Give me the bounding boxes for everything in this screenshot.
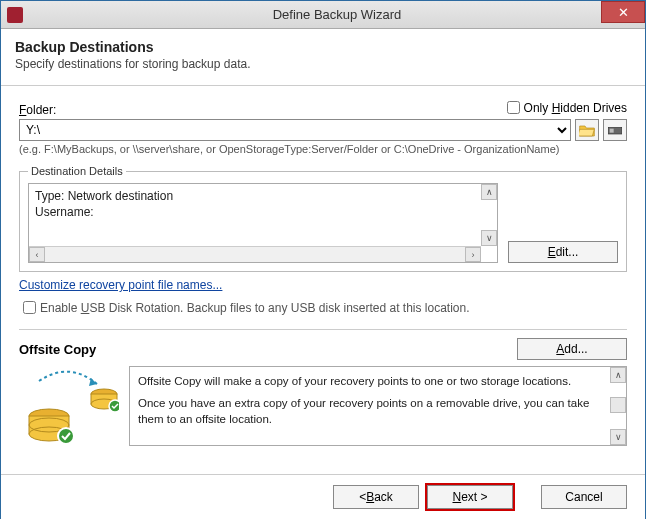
offsite-para1: Offsite Copy will make a copy of your re…: [138, 373, 606, 389]
close-button[interactable]: ✕: [601, 1, 645, 23]
destination-type-line: Type: Network destination: [35, 188, 491, 204]
scroll-right-button[interactable]: ›: [465, 247, 481, 262]
folder-path-select[interactable]: Y:\: [19, 119, 571, 141]
offsite-scroll-thumb[interactable]: [610, 397, 626, 413]
offsite-scroll-up[interactable]: ∧: [610, 367, 626, 383]
destination-details-group: Destination Details Type: Network destin…: [19, 165, 627, 272]
offsite-graphic: [19, 366, 119, 446]
scroll-left-button[interactable]: ‹: [29, 247, 45, 262]
page-title: Backup Destinations: [15, 39, 631, 55]
usb-rotation-option[interactable]: Enable USB Disk Rotation. Backup files t…: [19, 298, 627, 317]
folder-hint: (e.g. F:\MyBackups, or \\server\share, o…: [19, 143, 627, 155]
wizard-footer: < Back Next > Cancel: [1, 474, 645, 519]
folder-label: Folder:: [19, 103, 56, 117]
browse-folder-button[interactable]: [575, 119, 599, 141]
customize-recovery-point-link[interactable]: Customize recovery point file names...: [19, 278, 222, 292]
usb-rotation-label: Enable USB Disk Rotation. Backup files t…: [40, 301, 470, 315]
folder-icon: [579, 123, 595, 137]
titlebar: Define Backup Wizard ✕: [1, 1, 645, 29]
scroll-up-button[interactable]: ∧: [481, 184, 497, 200]
next-button[interactable]: Next >: [427, 485, 513, 509]
destination-details-box: Type: Network destination Username: ∧ ∨ …: [28, 183, 498, 263]
offsite-description-box: Offsite Copy will make a copy of your re…: [129, 366, 627, 446]
offsite-scroll-down[interactable]: ∨: [610, 429, 626, 445]
horizontal-scrollbar[interactable]: ‹ ›: [29, 246, 481, 262]
close-icon: ✕: [618, 5, 629, 20]
offsite-copy-title: Offsite Copy: [19, 342, 96, 357]
scroll-down-button[interactable]: ∨: [481, 230, 497, 246]
window-title: Define Backup Wizard: [29, 7, 645, 22]
cancel-button[interactable]: Cancel: [541, 485, 627, 509]
drive-icon: [607, 123, 623, 137]
map-drive-button[interactable]: [603, 119, 627, 141]
usb-rotation-checkbox[interactable]: [23, 301, 36, 314]
page-subtitle: Specify destinations for storing backup …: [15, 57, 631, 71]
destination-username-line: Username:: [35, 204, 491, 220]
edit-button[interactable]: Edit...: [508, 241, 618, 263]
only-hidden-drives-label: Only Hidden Drives: [524, 101, 627, 115]
app-icon: [7, 7, 23, 23]
add-offsite-button[interactable]: Add...: [517, 338, 627, 360]
only-hidden-drives-option[interactable]: Only Hidden Drives: [503, 98, 627, 117]
only-hidden-drives-checkbox[interactable]: [507, 101, 520, 114]
separator: [19, 329, 627, 330]
destination-details-legend: Destination Details: [28, 165, 126, 177]
svg-point-11: [58, 428, 74, 444]
back-button[interactable]: < Back: [333, 485, 419, 509]
content-area: Folder: Only Hidden Drives Y:\ (e.g. F:\…: [1, 86, 645, 454]
svg-point-6: [109, 400, 119, 412]
wizard-header: Backup Destinations Specify destinations…: [1, 29, 645, 86]
offsite-para2: Once you have an extra copy of your reco…: [138, 395, 606, 427]
svg-rect-1: [610, 129, 614, 133]
